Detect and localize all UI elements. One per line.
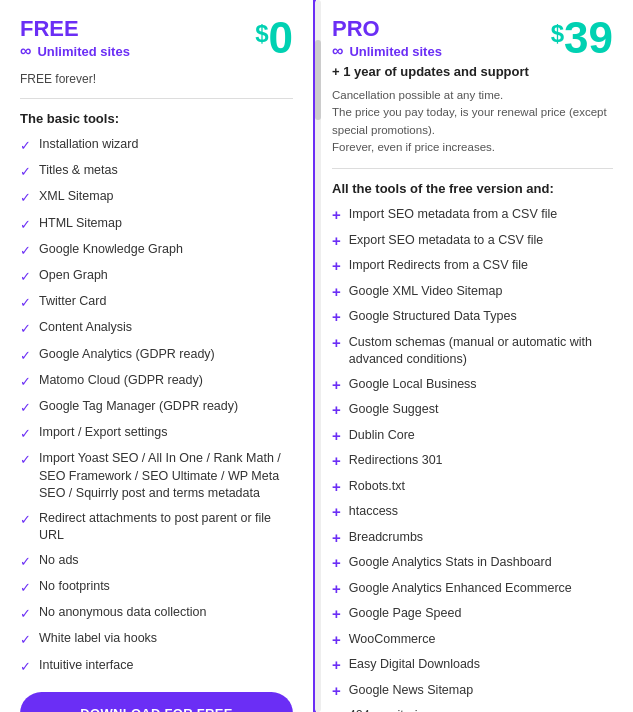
pro-feature-item: +Google Page Speed xyxy=(332,605,613,624)
feature-text: Redirections 301 xyxy=(349,452,443,470)
check-icon: ✓ xyxy=(20,553,31,571)
pro-feature-item: +Breadcrumbs xyxy=(332,529,613,548)
plus-icon: + xyxy=(332,205,341,225)
feature-text: Custom schemas (manual or automatic with… xyxy=(349,334,613,369)
plus-icon: + xyxy=(332,333,341,353)
pro-plan-header: PRO ∞ Unlimited sites + 1 year of update… xyxy=(332,16,613,87)
pro-feature-item: +Google XML Video Sitemap xyxy=(332,283,613,302)
check-icon: ✓ xyxy=(20,294,31,312)
pro-feature-item: +Custom schemas (manual or automatic wit… xyxy=(332,334,613,369)
infinity-icon-pro: ∞ xyxy=(332,42,343,60)
pro-all-tools-title: All the tools of the free version and: xyxy=(332,181,613,196)
plus-icon: + xyxy=(332,451,341,471)
feature-text: Easy Digital Downloads xyxy=(349,656,480,674)
check-icon: ✓ xyxy=(20,320,31,338)
free-feature-item: ✓White label via hooks xyxy=(20,630,293,649)
check-icon: ✓ xyxy=(20,347,31,365)
pro-feature-item: +404 monitoring xyxy=(332,707,613,712)
plus-icon: + xyxy=(332,655,341,675)
feature-text: Google Local Business xyxy=(349,376,477,394)
download-free-button[interactable]: DOWNLOAD FOR FREE xyxy=(20,692,293,712)
free-feature-item: ✓HTML Sitemap xyxy=(20,215,293,234)
pro-price: $39 xyxy=(551,16,613,60)
feature-text: Google Structured Data Types xyxy=(349,308,517,326)
free-feature-item: ✓Titles & metas xyxy=(20,162,293,181)
pro-feature-item: +Import Redirects from a CSV file xyxy=(332,257,613,276)
free-features-list: ✓Installation wizard✓Titles & metas✓XML … xyxy=(20,136,293,676)
free-feature-item: ✓Import / Export settings xyxy=(20,424,293,443)
free-feature-item: ✓Installation wizard xyxy=(20,136,293,155)
plus-icon: + xyxy=(332,400,341,420)
feature-text: Import Yoast SEO / All In One / Rank Mat… xyxy=(39,450,293,503)
check-icon: ✓ xyxy=(20,399,31,417)
pro-feature-item: +Easy Digital Downloads xyxy=(332,656,613,675)
free-feature-item: ✓XML Sitemap xyxy=(20,188,293,207)
check-icon: ✓ xyxy=(20,163,31,181)
pro-unlimited-sites: ∞ Unlimited sites xyxy=(332,42,529,60)
check-icon: ✓ xyxy=(20,242,31,260)
feature-text: No footprints xyxy=(39,578,110,596)
check-icon: ✓ xyxy=(20,216,31,234)
free-feature-item: ✓Intuitive interface xyxy=(20,657,293,676)
plus-icon: + xyxy=(332,706,341,712)
feature-text: No ads xyxy=(39,552,79,570)
pro-feature-item: +Dublin Core xyxy=(332,427,613,446)
feature-text: HTML Sitemap xyxy=(39,215,122,233)
feature-text: Google Analytics Stats in Dashboard xyxy=(349,554,552,572)
plus-icon: + xyxy=(332,502,341,522)
check-icon: ✓ xyxy=(20,425,31,443)
pro-feature-item: +Google Suggest xyxy=(332,401,613,420)
free-feature-item: ✓Google Analytics (GDPR ready) xyxy=(20,346,293,365)
plus-icon: + xyxy=(332,528,341,548)
feature-text: Matomo Cloud (GDPR ready) xyxy=(39,372,203,390)
feature-text: Google XML Video Sitemap xyxy=(349,283,503,301)
free-feature-item: ✓Open Graph xyxy=(20,267,293,286)
plus-icon: + xyxy=(332,553,341,573)
pro-features-list: +Import SEO metadata from a CSV file+Exp… xyxy=(332,206,613,712)
pro-feature-item: +Redirections 301 xyxy=(332,452,613,471)
feature-text: Installation wizard xyxy=(39,136,138,154)
feature-text: Robots.txt xyxy=(349,478,405,496)
plus-icon: + xyxy=(332,231,341,251)
feature-text: Google Suggest xyxy=(349,401,439,419)
pro-unlimited-label: Unlimited sites xyxy=(349,44,441,59)
plus-icon: + xyxy=(332,579,341,599)
feature-text: Open Graph xyxy=(39,267,108,285)
pro-feature-item: +Google Analytics Enhanced Ecommerce xyxy=(332,580,613,599)
plus-icon: + xyxy=(332,282,341,302)
feature-text: Import SEO metadata from a CSV file xyxy=(349,206,557,224)
free-feature-item: ✓No anonymous data collection xyxy=(20,604,293,623)
free-unlimited-sites: ∞ Unlimited sites xyxy=(20,42,130,60)
free-feature-item: ✓Twitter Card xyxy=(20,293,293,312)
scroll-thumb xyxy=(315,40,321,120)
plus-icon: + xyxy=(332,604,341,624)
pro-feature-item: +Google Analytics Stats in Dashboard xyxy=(332,554,613,573)
feature-text: Google Knowledge Graph xyxy=(39,241,183,259)
feature-text: XML Sitemap xyxy=(39,188,114,206)
free-plan-title: FREE xyxy=(20,16,130,42)
feature-text: Google Analytics Enhanced Ecommerce xyxy=(349,580,572,598)
feature-text: Intuitive interface xyxy=(39,657,134,675)
free-dollar-sign: $ xyxy=(255,22,268,46)
pro-feature-item: +Google Structured Data Types xyxy=(332,308,613,327)
pro-plan-title: PRO xyxy=(332,16,529,42)
pro-updates-label: + 1 year of updates and support xyxy=(332,64,529,79)
pro-feature-item: +Robots.txt xyxy=(332,478,613,497)
pro-price-value: 39 xyxy=(564,13,613,62)
free-feature-item: ✓Matomo Cloud (GDPR ready) xyxy=(20,372,293,391)
feature-text: Google News Sitemap xyxy=(349,682,473,700)
pro-plan-column: PRO ∞ Unlimited sites + 1 year of update… xyxy=(316,0,633,712)
plus-icon: + xyxy=(332,256,341,276)
check-icon: ✓ xyxy=(20,631,31,649)
free-plan-column: FREE ∞ Unlimited sites $0 FREE forever! … xyxy=(0,0,316,712)
pro-feature-item: +Google Local Business xyxy=(332,376,613,395)
feature-text: WooCommerce xyxy=(349,631,436,649)
free-price-value: 0 xyxy=(269,13,293,62)
free-feature-item: ✓Import Yoast SEO / All In One / Rank Ma… xyxy=(20,450,293,503)
free-feature-item: ✓Content Analysis xyxy=(20,319,293,338)
check-icon: ✓ xyxy=(20,268,31,286)
pro-divider xyxy=(332,168,613,169)
feature-text: Dublin Core xyxy=(349,427,415,445)
feature-text: No anonymous data collection xyxy=(39,604,206,622)
free-unlimited-label: Unlimited sites xyxy=(37,44,129,59)
